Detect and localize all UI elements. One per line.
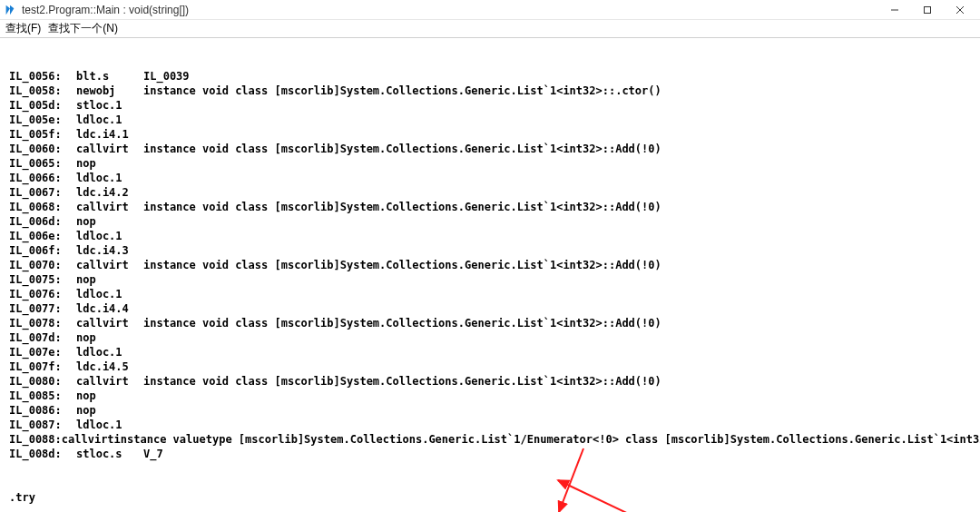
il-operand: instance void class [mscorlib]System.Col… — [143, 258, 662, 272]
il-opcode: ldloc.1 — [76, 345, 143, 359]
il-operand: instance void class [mscorlib]System.Col… — [143, 200, 662, 214]
il-opcode: ldloc.1 — [76, 113, 143, 127]
il-row: IL_007f:ldc.i4.5 — [9, 359, 980, 374]
il-row: IL_0076:ldloc.1 — [9, 287, 980, 301]
il-opcode: blt.s — [76, 69, 143, 84]
il-opcode: ldc.i4.3 — [76, 243, 143, 258]
il-offset: IL_0086: — [9, 403, 76, 418]
il-row: IL_0060:callvirtinstance void class [msc… — [9, 142, 980, 156]
il-row: IL_005f:ldc.i4.1 — [9, 127, 980, 142]
il-row: IL_0058:newobjinstance void class [mscor… — [9, 84, 980, 98]
il-row: IL_008d:stloc.sV_7 — [9, 447, 980, 461]
il-opcode: callvirt — [76, 200, 143, 214]
il-offset: IL_007e: — [9, 345, 76, 359]
il-offset: IL_007f: — [9, 359, 76, 374]
il-offset: IL_0060: — [9, 142, 76, 156]
il-opcode: ldc.i4.2 — [76, 185, 143, 200]
il-opcode: callvirt — [76, 316, 143, 330]
menu-find-next[interactable]: 查找下一个(N) — [48, 21, 118, 36]
il-opcode: nop — [76, 272, 143, 287]
window-controls — [878, 1, 976, 19]
il-row: IL_0065:nop — [9, 156, 980, 171]
il-offset: IL_0078: — [9, 316, 76, 330]
maximize-button[interactable] — [911, 1, 944, 19]
il-operand: instance void class [mscorlib]System.Col… — [143, 316, 662, 330]
il-offset: IL_005d: — [9, 98, 76, 113]
svg-rect-1 — [925, 6, 931, 13]
il-offset: IL_006e: — [9, 229, 76, 243]
il-operand: V_7 — [143, 447, 163, 461]
il-operand: instance valuetype [mscorlib]System.Coll… — [114, 432, 980, 447]
il-operand: instance void class [mscorlib]System.Col… — [143, 84, 662, 98]
il-opcode: nop — [76, 330, 143, 345]
il-row: IL_005e:ldloc.1 — [9, 113, 980, 127]
il-offset: IL_0085: — [9, 389, 76, 403]
il-offset: IL_006f: — [9, 243, 76, 258]
il-row: IL_006d:nop — [9, 214, 980, 229]
il-row: IL_0085:nop — [9, 389, 980, 403]
window-title: test2.Program::Main : void(string[]) — [22, 4, 878, 16]
il-offset: IL_0076: — [9, 287, 76, 301]
il-row: IL_0066:ldloc.1 — [9, 171, 980, 185]
il-offset: IL_0067: — [9, 185, 76, 200]
il-opcode: stloc.s — [76, 447, 143, 461]
il-row: IL_0068:callvirtinstance void class [msc… — [9, 200, 980, 214]
il-opcode: ldc.i4.4 — [76, 301, 143, 316]
il-offset: IL_005f: — [9, 127, 76, 142]
titlebar: test2.Program::Main : void(string[]) — [0, 0, 980, 20]
il-row: IL_0056:blt.sIL_0039 — [9, 69, 980, 84]
il-offset: IL_0080: — [9, 374, 76, 389]
il-offset: IL_0066: — [9, 171, 76, 185]
minimize-button[interactable] — [878, 1, 911, 19]
il-row: IL_005d:stloc.1 — [9, 98, 980, 113]
il-opcode: nop — [76, 214, 143, 229]
il-opcode: ldloc.1 — [76, 287, 143, 301]
il-row: IL_0087:ldloc.1 — [9, 418, 980, 432]
il-offset: IL_007d: — [9, 330, 76, 345]
il-opcode: ldloc.1 — [76, 229, 143, 243]
il-offset: IL_0065: — [9, 156, 76, 171]
il-opcode: stloc.1 — [76, 98, 143, 113]
il-row: IL_007d:nop — [9, 330, 980, 345]
il-offset: IL_0068: — [9, 200, 76, 214]
close-button[interactable] — [944, 1, 976, 19]
il-opcode: ldc.i4.5 — [76, 359, 143, 374]
il-opcode: newobj — [76, 84, 143, 98]
il-opcode: ldloc.1 — [76, 171, 143, 185]
il-opcode: callvirt — [62, 432, 114, 447]
il-offset: IL_008d: — [9, 447, 76, 461]
try-label: .try — [9, 490, 980, 505]
il-offset: IL_0075: — [9, 272, 76, 287]
il-row: IL_0088:callvirtinstance valuetype [msco… — [9, 432, 980, 447]
il-opcode: nop — [76, 403, 143, 418]
il-operand: instance void class [mscorlib]System.Col… — [143, 142, 662, 156]
menu-find[interactable]: 查找(F) — [5, 21, 41, 36]
menubar: 查找(F) 查找下一个(N) — [0, 20, 980, 38]
il-offset: IL_006d: — [9, 214, 76, 229]
il-row: IL_0075:nop — [9, 272, 980, 287]
il-offset: IL_0056: — [9, 69, 76, 84]
il-opcode: callvirt — [76, 258, 143, 272]
app-icon — [4, 4, 16, 16]
il-offset: IL_0087: — [9, 418, 76, 432]
il-row: IL_0080:callvirtinstance void class [msc… — [9, 374, 980, 389]
il-row: IL_006e:ldloc.1 — [9, 229, 980, 243]
il-opcode: nop — [76, 156, 143, 171]
il-operand: IL_0039 — [143, 69, 190, 84]
il-operand: instance void class [mscorlib]System.Col… — [143, 374, 662, 389]
il-opcode: nop — [76, 389, 143, 403]
il-offset: IL_0058: — [9, 84, 76, 98]
disassembly-view[interactable]: IL_0056:blt.sIL_0039IL_0058:newobjinstan… — [0, 38, 980, 512]
il-offset: IL_0088: — [9, 432, 62, 447]
il-offset: IL_005e: — [9, 113, 76, 127]
il-row: IL_006f:ldc.i4.3 — [9, 243, 980, 258]
il-offset: IL_0077: — [9, 301, 76, 316]
il-row: IL_0078:callvirtinstance void class [msc… — [9, 316, 980, 330]
il-opcode: ldloc.1 — [76, 418, 143, 432]
il-row: IL_0086:nop — [9, 403, 980, 418]
il-row: IL_0077:ldc.i4.4 — [9, 301, 980, 316]
il-row: IL_0070:callvirtinstance void class [msc… — [9, 258, 980, 272]
il-opcode: callvirt — [76, 142, 143, 156]
il-opcode: callvirt — [76, 374, 143, 389]
il-opcode: ldc.i4.1 — [76, 127, 143, 142]
